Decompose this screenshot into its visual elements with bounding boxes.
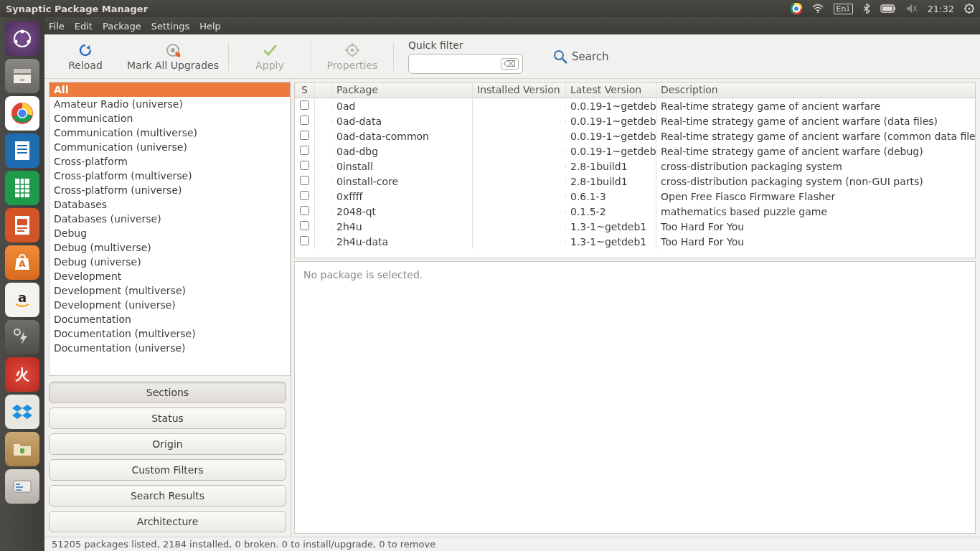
category-item[interactable]: Databases <box>50 197 290 212</box>
launcher-files[interactable] <box>5 59 39 93</box>
package-checkbox[interactable] <box>300 221 309 230</box>
custom-filters-button[interactable]: Custom Filters <box>49 459 286 481</box>
launcher-dash[interactable] <box>5 22 39 56</box>
cell-latest-version: 0.0.19-1~getdeb2~ <box>566 99 656 113</box>
col-latest-version[interactable]: Latest Version <box>566 83 656 98</box>
package-checkbox[interactable] <box>300 191 309 200</box>
col-installed-version[interactable]: Installed Version <box>473 83 566 98</box>
quick-filter-label: Quick filter <box>408 39 523 51</box>
package-list: S Package Installed Version Latest Versi… <box>294 82 976 258</box>
clock[interactable]: 21:32 <box>928 4 954 14</box>
table-row[interactable]: 2048-qt0.1.5-2mathematics based puzzle g… <box>295 204 975 219</box>
category-item[interactable]: Debug <box>50 226 290 240</box>
launcher-red[interactable]: 火 <box>5 357 39 392</box>
category-item[interactable]: Amateur Radio (universe) <box>50 97 290 111</box>
package-checkbox[interactable] <box>300 206 309 215</box>
chrome-icon[interactable] <box>791 3 802 14</box>
table-row[interactable]: 0ad-data0.0.19-1~getdeb1Real-time strate… <box>295 113 975 128</box>
col-mark[interactable] <box>315 83 332 98</box>
battery-icon[interactable] <box>880 4 896 13</box>
table-row[interactable]: 0install2.8-1build1cross-distribution pa… <box>295 159 975 174</box>
table-row[interactable]: 2h4u-data1.3-1~getdeb1Too Hard For You <box>295 234 975 249</box>
category-item[interactable]: Cross-platform (multiverse) <box>50 169 290 183</box>
table-row[interactable]: 0xffff0.6.1-3Open Free Fiasco Firmware F… <box>295 189 975 204</box>
category-item[interactable]: Development (universe) <box>50 298 290 312</box>
table-body[interactable]: 0ad0.0.19-1~getdeb2~Real-time strategy g… <box>295 98 975 258</box>
menu-edit[interactable]: Edit <box>75 21 93 32</box>
mark-all-upgrades-button[interactable]: Mark All Upgrades <box>126 36 220 77</box>
svg-point-23 <box>14 40 18 44</box>
category-item[interactable]: Documentation (multiverse) <box>50 326 290 341</box>
volume-icon[interactable] <box>906 4 918 14</box>
launcher-calc[interactable] <box>5 171 39 205</box>
col-description[interactable]: Description <box>656 83 975 98</box>
language-indicator[interactable]: En1 <box>834 4 853 14</box>
launcher-software[interactable]: A <box>5 245 39 280</box>
package-checkbox[interactable] <box>300 131 309 140</box>
table-row[interactable]: 0ad-dbg0.0.19-1~getdeb2~Real-time strate… <box>295 143 975 159</box>
package-checkbox[interactable] <box>300 100 309 110</box>
svg-line-19 <box>966 11 966 12</box>
launcher-impress[interactable] <box>5 208 39 242</box>
menu-package[interactable]: Package <box>103 21 141 32</box>
category-item[interactable]: Cross-platform <box>50 154 290 169</box>
properties-button[interactable]: Properties <box>320 36 385 77</box>
menu-settings[interactable]: Settings <box>151 21 189 32</box>
bluetooth-icon[interactable] <box>863 3 870 14</box>
col-status[interactable]: S <box>295 83 315 98</box>
status-button[interactable]: Status <box>49 408 286 429</box>
apply-button[interactable]: Apply <box>237 36 302 77</box>
table-row[interactable]: 2h4u1.3-1~getdeb1Too Hard For You <box>295 219 975 234</box>
svg-rect-8 <box>894 7 895 10</box>
search-button[interactable]: Search <box>553 50 609 64</box>
category-item[interactable]: Communication (universe) <box>50 140 290 154</box>
package-checkbox[interactable] <box>300 176 309 185</box>
category-item[interactable]: Communication <box>50 111 290 126</box>
category-item[interactable]: Development (multiverse) <box>50 283 290 298</box>
category-item[interactable]: Debug (universe) <box>50 255 290 269</box>
launcher-amazon[interactable]: a <box>5 283 39 317</box>
properties-icon <box>344 42 360 58</box>
table-row[interactable]: 0install-core2.8-1build1cross-distributi… <box>295 174 975 189</box>
category-item[interactable]: Debug (multiverse) <box>50 240 290 255</box>
category-item[interactable]: Databases (universe) <box>50 212 290 226</box>
cell-latest-version: 1.3-1~getdeb1 <box>566 220 656 234</box>
svg-rect-7 <box>882 6 892 11</box>
svg-line-17 <box>966 5 966 6</box>
category-item[interactable]: Development <box>50 269 290 283</box>
sections-button[interactable]: Sections <box>49 382 286 403</box>
launcher-dropbox[interactable] <box>5 395 39 429</box>
launcher-synaptic[interactable] <box>5 469 39 504</box>
svg-point-57 <box>351 48 354 52</box>
category-list[interactable]: AllAmateur Radio (universe)Communication… <box>49 82 291 376</box>
table-header[interactable]: S Package Installed Version Latest Versi… <box>295 83 975 98</box>
col-package[interactable]: Package <box>332 83 473 98</box>
origin-button[interactable]: Origin <box>49 433 286 455</box>
search-results-button[interactable]: Search Results <box>49 485 286 507</box>
cell-latest-version: 0.6.1-3 <box>566 189 656 204</box>
package-checkbox[interactable] <box>300 146 309 155</box>
cell-package: 0install <box>332 159 473 174</box>
package-checkbox[interactable] <box>300 161 309 170</box>
clear-icon[interactable]: ⌫ <box>501 58 519 70</box>
table-row[interactable]: 0ad-data-common0.0.19-1~getdeb1Real-time… <box>295 128 975 143</box>
launcher-chrome[interactable] <box>5 96 39 131</box>
category-item[interactable]: Documentation (universe) <box>50 341 290 355</box>
table-row[interactable]: 0ad0.0.19-1~getdeb2~Real-time strategy g… <box>295 98 975 113</box>
wifi-icon[interactable] <box>812 4 824 14</box>
category-item[interactable]: All <box>50 83 290 97</box>
reload-button[interactable]: Reload <box>53 36 118 77</box>
menu-help[interactable]: Help <box>199 21 221 32</box>
launcher-settings[interactable] <box>5 320 39 354</box>
category-item[interactable]: Cross-platform (universe) <box>50 183 290 197</box>
package-checkbox[interactable] <box>300 236 309 245</box>
package-checkbox[interactable] <box>300 116 309 125</box>
launcher-writer[interactable] <box>5 133 39 168</box>
menu-file[interactable]: File <box>49 21 65 32</box>
gear-icon[interactable] <box>964 4 974 14</box>
architecture-button[interactable]: Architecture <box>49 511 286 532</box>
category-item[interactable]: Communication (multiverse) <box>50 126 290 140</box>
svg-line-18 <box>972 11 973 12</box>
category-item[interactable]: Documentation <box>50 312 290 326</box>
launcher-folder[interactable] <box>5 432 39 466</box>
